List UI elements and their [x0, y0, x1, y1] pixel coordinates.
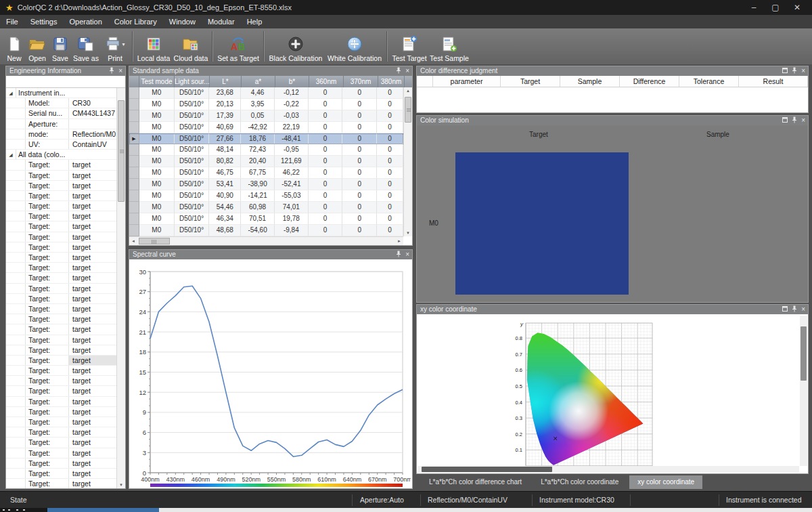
table-row[interactable]: M0D50/10°54,4660,9874,01000	[129, 202, 403, 213]
sample-table-vscrollbar[interactable]: ▲ ▼	[403, 87, 412, 236]
table-row[interactable]: M0D50/10°20,133,95-0,22000	[129, 99, 403, 110]
tree-row[interactable]: UV:ContainUV	[6, 140, 116, 150]
table-row[interactable]: M0D50/10°40,69-42,9222,19000	[129, 122, 403, 133]
tree-row[interactable]: Serial nu...CM443L1437	[6, 108, 116, 119]
row-selector[interactable]	[129, 110, 139, 122]
test-sample-button[interactable]: Test Sample	[429, 28, 470, 64]
save-button[interactable]: Save	[49, 28, 72, 64]
tree-row[interactable]: Target:target	[6, 427, 116, 438]
scroll-down-arrow[interactable]: ▼	[404, 231, 412, 235]
column-header-380nm[interactable]: 380nm	[378, 76, 405, 87]
judgment-column-header-result[interactable]: Result	[739, 76, 808, 87]
engineering-scrollbar[interactable]: ▼	[116, 88, 125, 488]
tree-group-row[interactable]: ◢All data (colo...	[6, 150, 116, 160]
row-selector[interactable]	[129, 87, 139, 99]
row-selector[interactable]	[129, 213, 139, 225]
close-icon[interactable]: ×	[801, 117, 805, 124]
row-selector[interactable]	[129, 99, 139, 110]
row-selector[interactable]	[129, 167, 139, 179]
column-header-a-[interactable]: a*	[242, 76, 275, 87]
tree-row[interactable]: Target:target	[6, 263, 116, 273]
print-dropdown-arrow[interactable]: ▾	[122, 41, 125, 47]
judgment-column-header-difference[interactable]: Difference	[620, 76, 679, 87]
white-calibration-button[interactable]: White Calibration	[325, 28, 384, 64]
menu-item-help[interactable]: Help	[241, 15, 269, 28]
row-selector[interactable]	[129, 122, 139, 133]
row-selector[interactable]	[129, 225, 139, 236]
test-target-button[interactable]: Test Target	[390, 28, 429, 64]
row-selector[interactable]: ▶	[129, 133, 139, 145]
close-icon[interactable]: ×	[801, 306, 805, 313]
judgment-column-header-target[interactable]: Target	[501, 76, 560, 87]
tree-row[interactable]: Target:target	[6, 479, 116, 488]
column-header-test-mode[interactable]: Test mode	[139, 76, 175, 87]
tree-row[interactable]: Target:target	[6, 345, 116, 356]
column-header-l-[interactable]: L*	[210, 76, 242, 87]
sample-table-hscrollbar[interactable]: ◄ ►	[129, 236, 403, 245]
table-row[interactable]: M0D50/10°80,8220,40121,69000	[129, 156, 403, 167]
menu-item-window[interactable]: Window	[163, 15, 202, 28]
tree-row[interactable]: Target:target	[6, 356, 116, 366]
table-row[interactable]: M0D50/10°17,390,05-0,03000	[129, 110, 403, 122]
close-icon[interactable]: ×	[405, 251, 409, 258]
pin-icon[interactable]	[109, 67, 114, 75]
tree-row[interactable]: Target:target	[6, 191, 116, 201]
tree-row[interactable]: Target:target	[6, 376, 116, 386]
tree-row[interactable]: Target:target	[6, 201, 116, 211]
close-icon[interactable]: ×	[118, 68, 122, 74]
tree-row[interactable]: Target:target	[6, 294, 116, 304]
tree-row[interactable]: Target:target	[6, 438, 116, 448]
row-selector[interactable]	[129, 156, 139, 167]
scroll-right-arrow[interactable]: ►	[395, 237, 403, 245]
tree-row[interactable]: Target:target	[6, 171, 116, 181]
tree-expander-icon[interactable]: ◢	[6, 88, 16, 98]
table-row[interactable]: M0D50/10°46,3470,5119,78000	[129, 213, 403, 225]
menu-item-color-library[interactable]: Color Library	[108, 15, 163, 28]
tree-row[interactable]: Target:target	[6, 242, 116, 253]
tree-row[interactable]: Model:CR30	[6, 98, 116, 108]
print-button[interactable]: ▾ Print	[100, 28, 130, 64]
dock-tab-xy-color-coordinate[interactable]: xy color coordinate	[629, 475, 702, 489]
menu-item-operation[interactable]: Operation	[63, 15, 108, 28]
pin-icon[interactable]	[792, 305, 797, 314]
scroll-down-arrow[interactable]: ▼	[117, 483, 125, 487]
judgment-column-header-sample[interactable]: Sample	[560, 76, 620, 87]
column-header-b-[interactable]: b*	[275, 76, 309, 87]
tree-row[interactable]: Target:target	[6, 160, 116, 170]
close-icon[interactable]: ×	[801, 68, 805, 74]
maximize-panel-icon[interactable]	[782, 68, 788, 74]
black-calibration-button[interactable]: Black Calibration	[267, 28, 325, 64]
close-icon[interactable]: ×	[405, 68, 409, 74]
table-row[interactable]: M0D50/10°40,90-14,21-55,03000	[129, 190, 403, 202]
tree-row[interactable]: Target:target	[6, 181, 116, 191]
new-button[interactable]: New	[3, 28, 26, 64]
judgment-column-header-parameter[interactable]: parameter	[433, 76, 501, 87]
maximize-panel-icon[interactable]	[782, 117, 788, 124]
tree-row[interactable]: Target:target	[6, 366, 116, 376]
column-header-370nm[interactable]: 370nm	[344, 76, 378, 87]
tree-row[interactable]: Target:target	[6, 386, 116, 396]
set-as-target-button[interactable]: AB Set as Target	[215, 28, 261, 64]
table-row[interactable]: ▶M0D50/10°27,6618,76-48,41000	[129, 133, 403, 145]
close-button[interactable]: ✕	[786, 0, 808, 15]
table-row[interactable]: M0D50/10°48,68-54,60-9,84000	[129, 225, 403, 236]
tree-row[interactable]: Target:target	[6, 253, 116, 263]
pin-icon[interactable]	[792, 116, 797, 125]
tree-row[interactable]: mode:Reflection/M0	[6, 129, 116, 140]
tree-row[interactable]: Target:target	[6, 221, 116, 232]
table-row[interactable]: M0D50/10°46,7567,7546,22000	[129, 167, 403, 179]
tree-row[interactable]: Target:target	[6, 314, 116, 324]
minimize-button[interactable]: –	[743, 0, 765, 15]
table-row[interactable]: M0D50/10°53,41-38,90-52,41000	[129, 179, 403, 190]
tree-row[interactable]: Target:target	[6, 417, 116, 427]
judgment-column-header-tolerance[interactable]: Tolerance	[679, 76, 739, 87]
pin-icon[interactable]	[396, 67, 401, 75]
tree-expander-icon[interactable]: ◢	[6, 150, 16, 159]
table-row[interactable]: M0D50/10°23,684,46-0,12000	[129, 87, 403, 99]
dock-tab-l-a-b-ch-color-coordinate[interactable]: L*a*b*Ch color coordinate	[533, 475, 627, 489]
cloud-data-button[interactable]: Cloud data	[172, 28, 210, 64]
tree-group-row[interactable]: ◢Instrument in...	[6, 88, 116, 98]
tree-row[interactable]: Target:target	[6, 304, 116, 314]
tree-row[interactable]: Target:target	[6, 458, 116, 469]
column-header-light-sour-[interactable]: Light sour...	[175, 76, 210, 87]
